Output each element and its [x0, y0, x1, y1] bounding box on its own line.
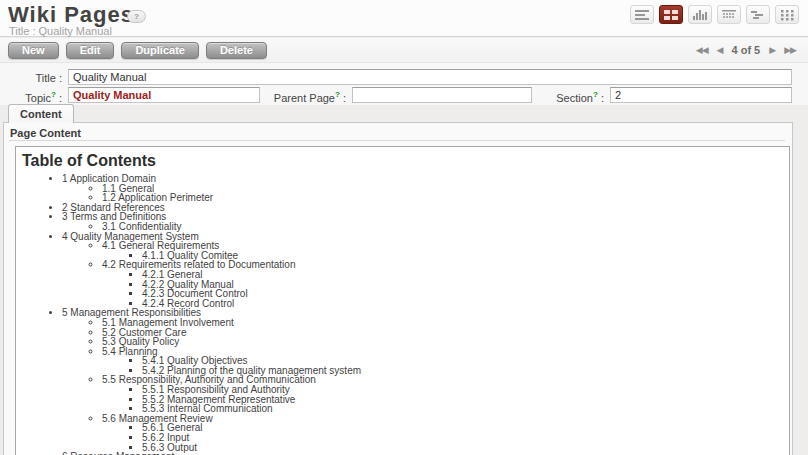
toc-item: 1.2 Application Perimeter	[102, 193, 789, 203]
section-label-page-content: Page Content	[10, 127, 81, 139]
form-fields: Title : Topic? : Parent Page? : Section?…	[0, 63, 808, 105]
toc-item: 5.6.2 Input	[142, 433, 789, 443]
list-view-icon[interactable]	[630, 5, 654, 24]
pager-first-icon[interactable]: ◀◀	[696, 44, 708, 56]
table-of-contents: 1 Application Domain1.1 General1.2 Appli…	[16, 174, 789, 455]
parent-page-help-icon[interactable]: ?	[335, 90, 340, 99]
section-help-icon[interactable]: ?	[593, 90, 598, 99]
content-heading: Table of Contents	[22, 152, 789, 170]
pager-previous-icon[interactable]: ◀	[717, 44, 723, 56]
view-switcher	[630, 5, 799, 24]
duplicate-button[interactable]: Duplicate	[121, 42, 199, 59]
toc-item: 2 Standard References	[62, 203, 789, 213]
calendar-view-icon[interactable]	[717, 5, 741, 24]
toc-item: 5.6 Management Review5.6.1 General5.6.2 …	[102, 414, 789, 452]
toc-item: 1 Application Domain1.1 General1.2 Appli…	[62, 174, 789, 203]
pager-position: 4 of 5	[732, 44, 761, 56]
toc-item: 4.1 General Requirements4.1.1 Quality Co…	[102, 241, 789, 260]
toc-item: 5.2 Customer Care	[102, 328, 789, 338]
graph-view-icon[interactable]	[688, 5, 712, 24]
delete-button[interactable]: Delete	[206, 42, 267, 59]
help-icon[interactable]: ?	[127, 10, 146, 23]
toc-item: 5.6.3 Output	[142, 443, 789, 453]
title-field-label: Title :	[0, 72, 62, 84]
form-view-icon[interactable]	[659, 5, 683, 24]
section-field[interactable]	[610, 87, 792, 103]
toc-item: 5.6.1 General	[142, 423, 789, 433]
toc-item: 3 Terms and Definitions3.1 Confidentiali…	[62, 212, 789, 231]
toc-item: 5.3 Quality Policy	[102, 337, 789, 347]
pager: ◀◀ ◀ 4 of 5 ▶ ▶▶	[696, 44, 796, 56]
toc-item: 5.1 Management Involvement	[102, 318, 789, 328]
pager-last-icon[interactable]: ▶▶	[784, 44, 796, 56]
section-field-label: Section? :	[530, 90, 604, 104]
pager-next-icon[interactable]: ▶	[769, 44, 775, 56]
topic-field-label: Topic? :	[0, 90, 62, 104]
gantt-view-icon[interactable]	[746, 5, 770, 24]
tab-content[interactable]: Content	[8, 104, 74, 123]
page-content-box: Table of Contents 1 Application Domain1.…	[15, 146, 790, 455]
separator-line	[9, 140, 785, 141]
new-button[interactable]: New	[8, 42, 59, 59]
diagram-view-icon[interactable]	[775, 5, 799, 24]
toc-item: 4.2.4 Record Control	[142, 299, 789, 309]
toc-item: 4.2.3 Document Control	[142, 289, 789, 299]
toc-item: 5.5 Responsibility, Authority and Commun…	[102, 375, 789, 413]
toc-item: 4 Quality Management System4.1 General R…	[62, 232, 789, 309]
tab-panel-content: Page Content Table of Contents 1 Applica…	[3, 122, 793, 455]
toolbar-buttons: NewEditDuplicateDelete	[8, 42, 267, 59]
topic-help-icon[interactable]: ?	[51, 90, 56, 99]
record-subtitle: Title : Quality Manual	[9, 25, 112, 37]
toc-item: 4.2.1 General	[142, 270, 789, 280]
title-field[interactable]	[68, 69, 792, 85]
page-header: Wiki Pages ? Title : Quality Manual	[0, 0, 808, 37]
toc-item: 5 Management Responsibilities5.1 Managem…	[62, 308, 789, 452]
parent-page-field[interactable]	[352, 87, 532, 103]
toc-item: 5.5.3 Internal Communication	[142, 404, 789, 414]
toolbar: NewEditDuplicateDelete ◀◀ ◀ 4 of 5 ▶ ▶▶	[0, 38, 808, 63]
parent-page-field-label: Parent Page? :	[256, 90, 346, 104]
toc-item: 3.1 Confidentiality	[102, 222, 789, 232]
edit-button[interactable]: Edit	[66, 42, 115, 59]
toc-item: 4.2 Requirements related to Documentatio…	[102, 260, 789, 308]
toc-item: 5.4 Planning5.4.1 Quality Objectives5.4.…	[102, 347, 789, 376]
topic-field[interactable]	[68, 87, 260, 103]
